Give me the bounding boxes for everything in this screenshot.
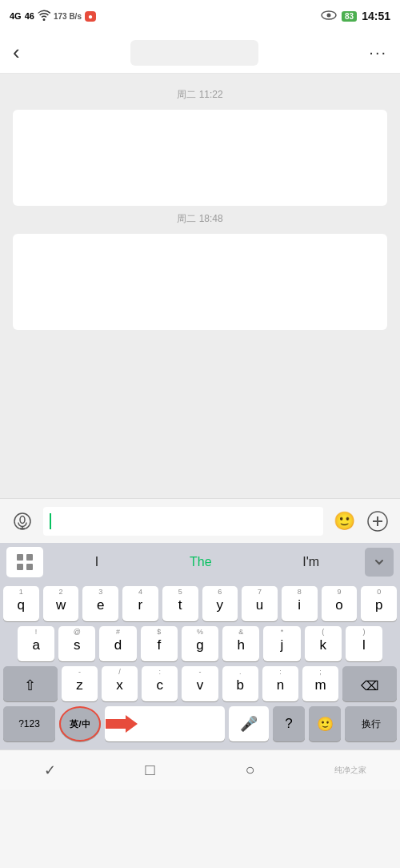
svg-rect-12 [26, 564, 33, 570]
svg-point-3 [20, 516, 25, 523]
key-a[interactable]: !a [18, 626, 54, 661]
app-icon: ● [85, 11, 96, 22]
svg-rect-11 [17, 564, 23, 570]
keyboard-row-4: ?123 英/中 🎤 ? 🙂 换行 [3, 706, 397, 741]
lang-label: 英/中 [70, 718, 90, 730]
keyboard-row-2: !a @s #d $f %g &h *j (k )l [3, 626, 397, 661]
time: 14:51 [362, 10, 390, 22]
num-key[interactable]: ?123 [3, 706, 55, 741]
top-nav: ‹ ··· [0, 32, 400, 74]
key-m[interactable]: ;m [302, 666, 338, 701]
key-p[interactable]: 0p [361, 586, 397, 621]
svg-point-1 [327, 13, 331, 17]
more-button[interactable]: ··· [369, 43, 387, 62]
key-h[interactable]: &h [222, 626, 259, 661]
key-z[interactable]: -z [62, 666, 98, 701]
mic-key[interactable]: 🎤 [229, 706, 269, 741]
battery-indicator: 83 [342, 11, 357, 22]
plus-button[interactable] [365, 508, 390, 534]
svg-rect-10 [26, 554, 33, 561]
lang-key[interactable]: 英/中 [59, 706, 101, 741]
key-u[interactable]: 7u [242, 586, 278, 621]
key-k[interactable]: (k [305, 626, 342, 661]
autocomplete-more-button[interactable] [365, 548, 394, 577]
eye-icon [321, 10, 337, 22]
autocomplete-grid-button[interactable] [6, 547, 43, 577]
keyboard-row-1: 1q 2w 3e 4r 5t 6y 7u 8i 9o 0p [3, 586, 397, 621]
key-b[interactable]: .b [222, 666, 258, 701]
key-n[interactable]: :n [262, 666, 298, 701]
autocomplete-word-3[interactable]: I'm [296, 552, 326, 573]
key-d[interactable]: #d [99, 626, 136, 661]
keyboard-row-3: ⇧ -z /x :c -v .b :n ;m ⌫ [3, 666, 397, 701]
question-key[interactable]: ? [273, 706, 305, 741]
bottom-nav: ✓ □ ○ 纯净之家 [0, 749, 400, 790]
key-i[interactable]: 8i [282, 586, 318, 621]
key-g[interactable]: %g [182, 626, 218, 661]
input-bar: 🙂 [0, 498, 400, 543]
watermark: 纯净之家 [326, 754, 374, 786]
status-bar: 4G 46 173 B/s ● 83 14:51 [0, 0, 400, 32]
nav-back-button[interactable]: ✓ [26, 754, 74, 786]
status-right: 83 14:51 [321, 10, 390, 22]
message-bubble-2 [13, 234, 387, 330]
nav-circle-button[interactable]: ○ [226, 754, 274, 786]
timestamp-1: 周二 11:22 [0, 88, 400, 102]
key-f[interactable]: $f [141, 626, 178, 661]
chat-area: 周二 11:22 周二 18:48 [0, 74, 400, 498]
key-y[interactable]: 6y [202, 586, 238, 621]
autocomplete-word-1[interactable]: I [89, 552, 105, 573]
wifi-icon [38, 10, 50, 22]
delete-key[interactable]: ⌫ [342, 666, 397, 701]
carrier1: 4G [10, 11, 22, 21]
red-arrow [106, 715, 138, 733]
nav-home-button[interactable]: □ [126, 754, 174, 786]
key-s[interactable]: @s [58, 626, 95, 661]
autocomplete-words: I The I'm [50, 552, 365, 573]
key-r[interactable]: 4r [122, 586, 158, 621]
emoji-button[interactable]: 🙂 [331, 508, 357, 534]
emoji-key[interactable]: 🙂 [309, 706, 341, 741]
key-w[interactable]: 2w [43, 586, 79, 621]
key-v[interactable]: -v [182, 666, 218, 701]
network-speed: 173 B/s [54, 12, 82, 21]
back-button[interactable]: ‹ [13, 40, 20, 65]
enter-key[interactable]: 换行 [345, 706, 397, 741]
autocomplete-bar: I The I'm [0, 543, 400, 581]
status-signals: 4G 46 173 B/s ● [10, 10, 96, 22]
autocomplete-word-2[interactable]: The [183, 552, 218, 573]
key-c[interactable]: :c [142, 666, 178, 701]
text-input[interactable] [43, 507, 323, 536]
svg-rect-9 [17, 554, 23, 561]
shift-key[interactable]: ⇧ [3, 666, 58, 701]
svg-marker-13 [106, 715, 138, 733]
key-e[interactable]: 3e [82, 586, 118, 621]
carrier2: 46 [25, 11, 34, 21]
cursor [50, 513, 51, 529]
key-o[interactable]: 9o [322, 586, 358, 621]
message-bubble-1 [13, 110, 387, 206]
nav-title [130, 40, 258, 66]
keyboard: 1q 2w 3e 4r 5t 6y 7u 8i 9o 0p !a @s #d $… [0, 581, 400, 749]
timestamp-2: 周二 18:48 [0, 212, 400, 226]
key-t[interactable]: 5t [162, 586, 198, 621]
key-q[interactable]: 1q [3, 586, 39, 621]
key-j[interactable]: *j [263, 626, 300, 661]
key-l[interactable]: )l [346, 626, 382, 661]
voice-button[interactable] [10, 508, 35, 534]
key-x[interactable]: /x [102, 666, 138, 701]
